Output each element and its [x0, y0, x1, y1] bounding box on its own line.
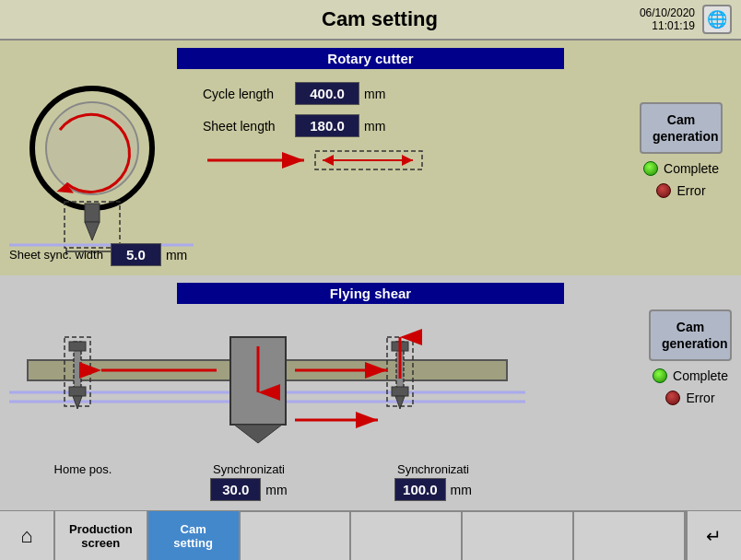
error-status-bottom: Error — [665, 391, 714, 405]
globe-button[interactable]: 🌐 — [702, 5, 732, 34]
svg-marker-4 — [85, 222, 100, 240]
nav-tab-production-screen[interactable]: Production screen — [55, 511, 148, 560]
error-label-top: Error — [676, 183, 705, 198]
sheet-length-label: Sheet length — [203, 119, 295, 134]
complete-label-top: Complete — [664, 161, 719, 176]
cycle-length-unit: mm — [364, 87, 385, 101]
cutter-svg — [9, 75, 194, 259]
sheet-sync-label: Sheet sync. width — [9, 248, 103, 262]
nav-tab-cam-setting[interactable]: Cam setting — [148, 511, 241, 560]
rotary-cutter-title: Rotary cutter — [177, 48, 564, 69]
flying-shear-section: Flying shear — [0, 275, 741, 510]
app-header: Cam setting 06/10/2020 11:01:19 🌐 — [0, 0, 741, 41]
sheet-length-unit: mm — [364, 119, 385, 134]
cam-gen-top-area: Cam generation Complete Error — [640, 102, 723, 198]
navbar: ⌂ Production screen Cam setting ↵ — [0, 510, 741, 560]
error-label-bottom: Error — [686, 391, 714, 405]
cam-gen-bottom-button[interactable]: Cam generation — [649, 309, 732, 361]
svg-rect-25 — [69, 342, 86, 351]
home-pos-label: Home pos. — [37, 462, 129, 476]
sync1-label: Synchronizati — [184, 462, 313, 476]
nav-spacer-1 — [241, 511, 352, 560]
home-pos-col: Home pos. — [37, 462, 129, 501]
sheet-arrow-svg — [203, 146, 313, 174]
cam-gen-bottom-area: Cam generation Complete Error — [649, 309, 732, 405]
complete-label-bottom: Complete — [673, 368, 728, 383]
sync2-label: Synchronizati — [369, 462, 498, 476]
nav-spacer-4 — [574, 511, 686, 560]
sync2-col: Synchronizati 100.0 mm — [369, 462, 498, 501]
sync1-unit: mm — [265, 483, 287, 497]
error-led-top — [656, 183, 671, 198]
shear-diagram: Home pos. Synchronizati 30.0 mm Synchron… — [9, 309, 640, 501]
nav-spacer-3 — [463, 511, 574, 560]
enter-button[interactable]: ↵ — [686, 511, 741, 560]
error-status-top: Error — [656, 183, 705, 198]
page-title: Cam setting — [120, 7, 640, 31]
sheet-length-value[interactable]: 180.0 — [295, 114, 359, 137]
complete-led-bottom — [653, 368, 667, 383]
complete-status-top: Complete — [643, 161, 719, 176]
datetime: 06/10/2020 11:01:19 — [640, 6, 695, 32]
svg-rect-26 — [69, 387, 86, 396]
svg-marker-30 — [234, 425, 282, 443]
sync2-value-row: 100.0 mm — [369, 478, 498, 501]
cam-gen-top-button[interactable]: Cam generation — [640, 102, 723, 154]
main-content: Rotary cutter — [0, 41, 741, 510]
sheet-dashed-svg — [313, 146, 424, 174]
sync1-col: Synchronizati 30.0 mm — [184, 462, 313, 501]
nav-spacer-2 — [351, 511, 463, 560]
cutter-diagram — [9, 75, 194, 259]
sheet-sync-unit: mm — [166, 248, 187, 262]
sheet-sync-row: Sheet sync. width 5.0 mm — [9, 243, 187, 266]
cycle-length-value[interactable]: 400.0 — [295, 82, 359, 105]
rotary-area: Cycle length 400.0 mm Sheet length 180.0… — [9, 75, 732, 259]
svg-point-1 — [46, 102, 138, 194]
sheet-sync-value[interactable]: 5.0 — [111, 243, 161, 266]
cycle-length-label: Cycle length — [203, 87, 295, 101]
sync1-value[interactable]: 30.0 — [210, 478, 261, 501]
shear-main-area: Home pos. Synchronizati 30.0 mm Synchron… — [9, 309, 732, 501]
shear-labels-row: Home pos. Synchronizati 30.0 mm Synchron… — [9, 462, 525, 501]
shear-svg — [9, 309, 525, 457]
sync2-unit: mm — [451, 483, 472, 497]
svg-rect-3 — [85, 204, 100, 222]
svg-rect-33 — [392, 387, 408, 396]
complete-led-top — [643, 161, 658, 176]
flying-shear-title: Flying shear — [177, 283, 564, 304]
rotary-cutter-section: Rotary cutter — [0, 41, 741, 275]
home-button[interactable]: ⌂ — [0, 511, 55, 560]
error-led-bottom — [665, 391, 680, 405]
sync1-value-row: 30.0 mm — [184, 478, 313, 501]
sync2-value[interactable]: 100.0 — [394, 478, 446, 501]
complete-status-bottom: Complete — [653, 368, 728, 383]
